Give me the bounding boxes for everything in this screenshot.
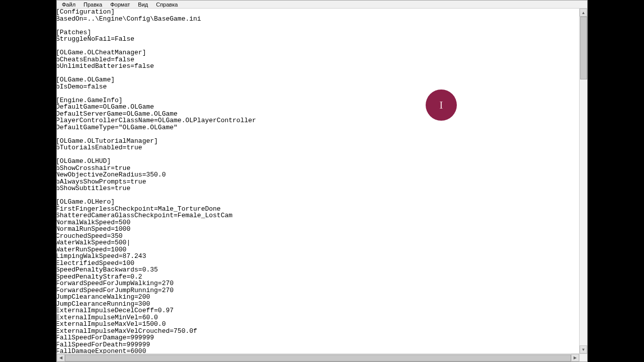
menu-edit[interactable]: Правка [79,2,106,8]
horizontal-scroll-track[interactable] [65,354,571,361]
vertical-scroll-thumb[interactable] [580,17,587,79]
text-editor[interactable]: [Configuration] BasedOn=..\Engine\Config… [57,9,579,361]
scroll-right-button[interactable]: ▶ [571,354,579,361]
menu-file[interactable]: Файл [58,2,79,8]
cursor-glyph: I [439,99,443,112]
scroll-up-button[interactable]: ▲ [580,9,587,17]
menu-format[interactable]: Формат [106,2,134,8]
horizontal-scroll-thumb[interactable] [65,354,571,361]
horizontal-scrollbar[interactable]: ◀ ▶ [57,353,579,361]
notepad-window: Файл Правка Формат Вид Справка [Configur… [56,0,588,362]
menu-help[interactable]: Справка [152,2,182,8]
scrollbar-corner [579,353,587,361]
scroll-left-button[interactable]: ◀ [57,354,65,361]
vertical-scrollbar[interactable]: ▲ ▼ [579,9,587,361]
menu-bar: Файл Правка Формат Вид Справка [57,1,587,9]
text-cursor-icon: I [426,89,457,121]
menu-view[interactable]: Вид [134,2,152,8]
scroll-down-button[interactable]: ▼ [580,345,587,353]
editor-body: [Configuration] BasedOn=..\Engine\Config… [57,9,587,361]
